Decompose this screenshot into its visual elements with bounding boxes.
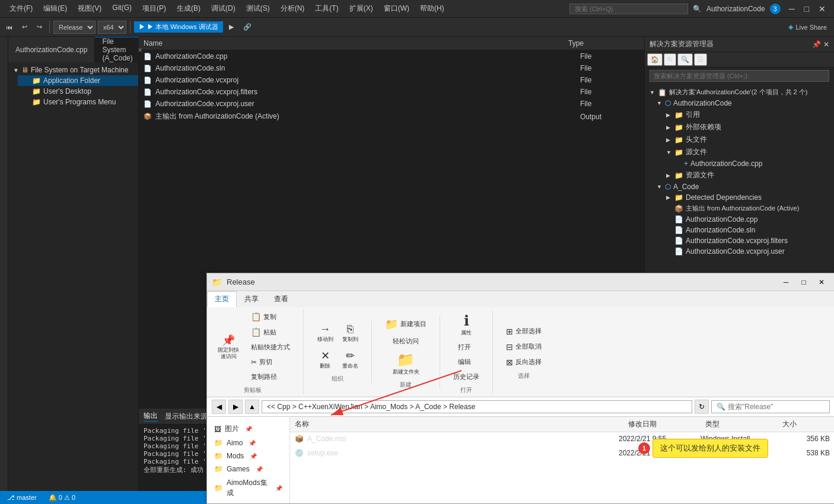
se-pin-icon[interactable]: 📌: [812, 40, 821, 49]
toolbar-attach[interactable]: 🔗: [240, 22, 255, 32]
se-toolbar-refresh[interactable]: ↻: [664, 53, 676, 66]
ribbon-tab-view[interactable]: 查看: [266, 291, 296, 307]
ribbon-tab-home[interactable]: 主页: [207, 291, 237, 307]
tab-close-icon[interactable]: ✕: [138, 47, 142, 53]
ribbon-copy-path-button[interactable]: 复制路径: [247, 370, 294, 384]
nav-forward-button[interactable]: ▶: [228, 400, 243, 414]
ribbon-open-button[interactable]: 打开: [454, 340, 478, 354]
sidebar-item-dragon[interactable]: 📁 龙: [207, 500, 289, 503]
ribbon-invert-button[interactable]: ⊠ 反向选择: [502, 355, 545, 369]
sidebar-item-games[interactable]: 📁 Games 📌: [207, 462, 289, 476]
platform-dropdown[interactable]: x64: [98, 21, 126, 34]
fs-item-desktop[interactable]: 📁 User's Desktop: [18, 86, 138, 97]
ribbon-tab-share[interactable]: 共享: [237, 291, 266, 307]
sidebar-item-aimointegration[interactable]: 📁 AimoMods集成 📌: [207, 476, 289, 500]
ribbon-rename-button[interactable]: ✏ 重命名: [338, 347, 362, 372]
ribbon-delete-button[interactable]: ✕ 删除: [313, 347, 337, 372]
se-main-output[interactable]: 📦 主输出 from AuthorizationCode (Active): [645, 203, 834, 214]
menu-analyze[interactable]: 分析(N): [276, 1, 310, 16]
nav-back-button[interactable]: ◀: [212, 400, 226, 414]
se-acode-project[interactable]: ▼ ⬡ A_Code: [645, 181, 834, 192]
toolbar-redo[interactable]: ↪: [33, 22, 46, 32]
config-dropdown[interactable]: Release: [53, 21, 96, 34]
nav-refresh-button[interactable]: ↻: [695, 400, 709, 414]
fs-item-programs[interactable]: 📁 User's Programs Menu: [18, 97, 138, 107]
nav-up-button[interactable]: ▲: [245, 400, 259, 414]
se-cpp-file[interactable]: 📄 AuthorizationCode.cpp: [645, 214, 834, 225]
ribbon-paste-button[interactable]: 📋 粘贴: [247, 325, 294, 339]
ribbon-copy-button[interactable]: 📋 复制: [247, 310, 294, 324]
fs-file-row[interactable]: 📄AuthorizationCode.vcxproj File: [139, 74, 644, 86]
search-box-input[interactable]: [728, 403, 825, 411]
fs-file-row[interactable]: 📄AuthorizationCode.vcxproj.filters File: [139, 86, 644, 98]
address-path[interactable]: << Cpp > C++XuenXiWenJian > Aimo_Mods > …: [262, 400, 692, 413]
sidebar-item-mods[interactable]: 📁 Mods 📌: [207, 449, 289, 462]
se-headers[interactable]: ▶ 📁 头文件: [645, 133, 834, 146]
win-minimize-button[interactable]: ─: [778, 276, 794, 289]
sidebar-item-aimo[interactable]: 📁 Aimo 📌: [207, 436, 289, 449]
minimize-button[interactable]: ─: [785, 4, 798, 14]
menu-git[interactable]: Git(G): [107, 1, 136, 16]
ribbon-move-button[interactable]: → 移动到: [313, 321, 337, 346]
se-toolbar-filter[interactable]: 🔍: [677, 53, 693, 66]
fs-file-row[interactable]: 📄AuthorizationCode.cpp File: [139, 50, 644, 62]
ribbon-new-item-button[interactable]: 📁 新建项目: [381, 315, 430, 333]
se-external-deps[interactable]: ▶ 📁 外部依赖项: [645, 121, 834, 133]
menu-debug[interactable]: 调试(D): [206, 1, 240, 16]
se-project-authcode[interactable]: ▼ ⬡ AuthorizationCode: [645, 98, 834, 109]
se-filters-file[interactable]: 📄 AuthorizationCode.vcxproj.filters: [645, 235, 834, 246]
se-search-input[interactable]: [650, 70, 829, 82]
se-references[interactable]: ▶ 📁 引用: [645, 109, 834, 121]
menu-view[interactable]: 视图(V): [73, 1, 106, 16]
menu-build[interactable]: 生成(B): [172, 1, 205, 16]
output-tab[interactable]: 输出: [144, 411, 158, 422]
fs-file-row[interactable]: 📄AuthorizationCode.sln File: [139, 62, 644, 74]
search-input[interactable]: [569, 4, 688, 14]
menu-extend[interactable]: 扩展(X): [345, 1, 378, 16]
se-toolbar-home[interactable]: 🏠: [647, 53, 663, 66]
ribbon-select-all-button[interactable]: ⊞ 全部选择: [502, 324, 545, 339]
se-user-file[interactable]: 📄 AuthorizationCode.vcxproj.user: [645, 246, 834, 257]
ribbon-easy-access-button[interactable]: 轻松访问: [389, 334, 422, 348]
toolbar-extra[interactable]: ▶: [225, 22, 237, 32]
se-authcode-cpp[interactable]: + AuthorizationCode.cpp: [645, 158, 834, 169]
tab-authcode-cpp[interactable]: AuthorizationCode.cpp: [8, 37, 95, 62]
toolbar-back[interactable]: ⏮: [2, 23, 16, 32]
close-button[interactable]: ✕: [815, 4, 829, 14]
menu-test[interactable]: 测试(S): [241, 1, 275, 16]
ribbon-properties-button[interactable]: ℹ 属性: [454, 310, 478, 339]
live-share-button[interactable]: ◈ Live Share: [784, 22, 832, 32]
ribbon-paste-shortcut-button[interactable]: 粘贴快捷方式: [247, 340, 294, 354]
win-close-button[interactable]: ✕: [813, 276, 830, 289]
ribbon-edit-button[interactable]: 编辑: [454, 355, 478, 369]
se-resources[interactable]: ▶ 📁 资源文件: [645, 169, 834, 181]
fs-item-appfolder[interactable]: 📁 Application Folder: [18, 75, 138, 86]
menu-tools[interactable]: 工具(T): [310, 1, 343, 16]
menu-file[interactable]: 文件(F): [5, 1, 37, 16]
ribbon-pin-button[interactable]: 📌 固定到快速访问: [212, 331, 245, 362]
se-close-icon[interactable]: ✕: [823, 40, 829, 49]
status-git[interactable]: ⎇ master: [5, 494, 39, 502]
fs-file-row[interactable]: 📄AuthorizationCode.vcxproj.user File: [139, 98, 644, 110]
maximize-button[interactable]: □: [801, 4, 813, 14]
ribbon-history-button[interactable]: 历史记录: [450, 370, 483, 384]
ribbon-copy-to-button[interactable]: ⎘ 复制到: [338, 321, 362, 346]
menu-edit[interactable]: 编辑(E): [39, 1, 72, 16]
win-maximize-button[interactable]: □: [795, 276, 812, 289]
fs-file-row[interactable]: 📦主输出 from AuthorizationCode (Active) Out…: [139, 110, 644, 123]
status-errors[interactable]: 🔔 0 ⚠ 0: [46, 494, 78, 502]
ribbon-deselect-button[interactable]: ⊟ 全部取消: [502, 340, 545, 354]
se-detected-deps[interactable]: ▶ 📁 Detected Dependencies: [645, 192, 834, 203]
run-button[interactable]: ▶ ▶ 本地 Windows 调试器: [134, 21, 223, 33]
se-sources[interactable]: ▼ 📁 源文件: [645, 146, 834, 158]
fs-root-item[interactable]: ▼ 🖥 File System on Target Machine: [8, 65, 138, 75]
se-sln-file[interactable]: 📄 AuthorizationCode.sln: [645, 225, 834, 235]
ribbon-cut-button[interactable]: ✂ 剪切: [247, 355, 294, 369]
se-toolbar-settings[interactable]: ☰: [694, 53, 707, 66]
sidebar-item-pictures[interactable]: 🖼 图片 📌: [207, 422, 289, 436]
menu-project[interactable]: 项目(P): [138, 1, 171, 16]
toolbar-undo[interactable]: ↩: [18, 22, 31, 32]
ribbon-new-folder-button[interactable]: 📁 新建文件夹: [389, 349, 423, 378]
se-solution-root[interactable]: ▼ 📋 解决方案'AuthorizationCode'(2 个项目，共 2 个): [645, 87, 834, 98]
menu-window[interactable]: 窗口(W): [379, 1, 414, 16]
